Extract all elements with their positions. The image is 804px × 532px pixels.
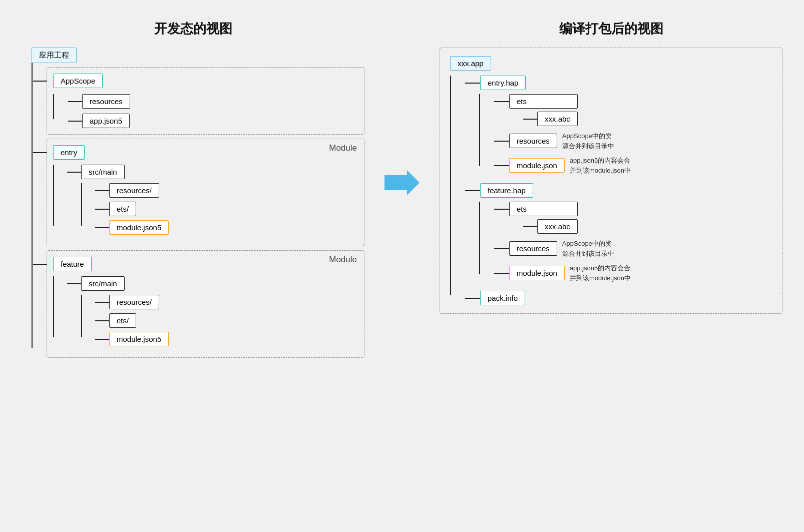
entry-resources-annotation: AppScope中的资源合并到该目录中 xyxy=(562,131,614,151)
entry-ets-subtree: ets xxx.abc xyxy=(509,94,578,126)
feature-resources-hap-node: resources xyxy=(509,241,557,256)
appjson5-node: app.json5 xyxy=(82,114,130,128)
feature-modulejson5-row: module.json5 xyxy=(95,332,169,346)
hline-abc xyxy=(523,119,537,120)
right-main-vline xyxy=(450,76,451,295)
appscope-section: AppScope resources app.json5 xyxy=(32,63,364,135)
entry-resources-node: resources/ xyxy=(109,183,159,198)
feature-ets-section: ets xxx.abc xyxy=(494,202,772,234)
entry-children: src/main resources/ xyxy=(53,165,356,235)
entry-hap-node: entry.hap xyxy=(480,76,526,90)
feature-ets-node2: ets xyxy=(509,202,578,216)
feature-abc-item: xxx.abc xyxy=(523,219,578,234)
feature-modulejson5-node: module.json5 xyxy=(109,332,169,346)
hline-entry-ets2 xyxy=(494,101,509,102)
hline-entry-res xyxy=(95,190,109,191)
abc-node: xxx.abc xyxy=(537,112,578,126)
entry-resources-hap-row: resources AppScope中的资源合并到该目录中 xyxy=(494,131,772,151)
resources-row: resources xyxy=(68,94,356,109)
left-section: 开发态的视图 应用工程 AppScope xyxy=(22,20,364,358)
resources-node: resources xyxy=(82,94,130,109)
hline-feature-res xyxy=(95,302,109,303)
feature-resources-annotation: AppScope中的资源合并到该目录中 xyxy=(562,239,614,258)
hline-feature-modulejson xyxy=(494,273,509,274)
main-trunk-line xyxy=(32,63,33,348)
pack-info-node: pack.info xyxy=(480,291,525,305)
entry-modulejson5-row: module.json5 xyxy=(95,220,169,235)
left-title: 开发态的视图 xyxy=(154,20,232,38)
entry-hap-section: entry.hap ets xyxy=(465,76,772,175)
feature-abc-row: xxx.abc xyxy=(509,219,578,234)
feature-srcmain-node: src/main xyxy=(81,276,125,291)
hline-feature-abc xyxy=(523,226,537,227)
entry-ets-node: ets/ xyxy=(109,202,136,216)
srcmain-row: src/main resources/ xyxy=(67,165,356,235)
appscope-children: resources app.json5 xyxy=(53,94,356,128)
right-title: 编译打包后的视图 xyxy=(559,20,663,38)
entry-vline xyxy=(53,165,54,226)
right-main-tree: entry.hap ets xyxy=(450,76,772,305)
entry-modulejson5-node: module.json5 xyxy=(109,220,169,235)
app-box-left: 应用工程 xyxy=(32,48,77,63)
feature-module-label: Module xyxy=(329,255,357,265)
srcmain-node: src/main xyxy=(81,165,125,179)
entry-resources-row: resources/ xyxy=(95,183,169,198)
feature-ets-row: ets/ xyxy=(95,313,169,328)
feature-resources-node: resources/ xyxy=(109,295,159,309)
appscope-dashed: AppScope resources app.json5 xyxy=(47,67,364,135)
arrow-container xyxy=(384,20,420,195)
entry-modulejson-node: module.json xyxy=(509,158,565,173)
entry-ets-section: ets xxx.abc xyxy=(494,94,772,126)
srcmain-vline xyxy=(81,183,82,226)
svg-marker-0 xyxy=(384,170,420,195)
feature-ets-node: ets/ xyxy=(109,313,136,328)
right-section: 编译打包后的视图 xxx.app entry.hap xyxy=(440,20,782,314)
feature-vline xyxy=(53,276,54,337)
hline-pack-info xyxy=(465,298,480,299)
entry-hap-children: ets xxx.abc xyxy=(465,94,772,175)
hline-feature-json5 xyxy=(95,339,109,340)
hline-entry-hap xyxy=(465,83,480,84)
entry-ets-row: ets/ xyxy=(95,202,169,216)
feature-modulejson-row: module.json app.json5的内容会合并到该module.json… xyxy=(494,263,772,283)
hline-feature-srcmain xyxy=(67,283,81,284)
entry-hap-vline xyxy=(479,94,480,166)
entry-resources-hap-node: resources xyxy=(509,134,557,148)
hline-appjson5 xyxy=(68,121,82,122)
srcmain-subtree: src/main resources/ xyxy=(81,165,169,235)
feature-hap-section: feature.hap ets xyxy=(465,183,772,283)
hline-entry-modulejson xyxy=(494,165,509,166)
feature-node: feature xyxy=(53,257,92,271)
entry-ets-node2: ets xyxy=(509,94,578,109)
hline-resources xyxy=(68,101,82,102)
entry-abc-row: xxx.abc xyxy=(509,112,578,126)
feature-children: src/main resources/ xyxy=(53,276,356,346)
feature-modulejson-node: module.json xyxy=(509,266,565,280)
feature-hap-children: ets xxx.abc xyxy=(465,202,772,283)
feature-srcmain-row: src/main resources/ xyxy=(67,276,356,346)
hline-feature xyxy=(33,264,47,265)
feature-hap-vline xyxy=(479,202,480,274)
hline-feature-hap xyxy=(465,190,480,191)
hline-entry xyxy=(33,152,47,153)
feature-dashed: Module feature src/main xyxy=(47,250,364,358)
appscope-node: AppScope xyxy=(53,74,103,88)
feature-srcmain-vline xyxy=(81,295,82,337)
hline-feature-res2 xyxy=(494,248,509,249)
arrow-svg xyxy=(384,170,420,195)
hline-srcmain xyxy=(67,172,81,173)
entry-modulejson-row: module.json app.json5的内容会合并到该module.json… xyxy=(494,156,772,175)
feature-section: Module feature src/main xyxy=(32,246,364,358)
feature-abc-node: xxx.abc xyxy=(537,219,578,234)
feature-hap-row: feature.hap xyxy=(465,183,772,198)
entry-modulejson-annotation: app.json5的内容会合并到该module.json中 xyxy=(570,156,631,175)
hline-appscope xyxy=(33,81,47,82)
entry-hap-row: entry.hap xyxy=(465,76,772,90)
entry-section: Module entry src/main xyxy=(32,135,364,246)
feature-srcmain-subtree: src/main resources/ xyxy=(81,276,169,346)
feature-hap-node: feature.hap xyxy=(480,183,533,198)
appscope-vline xyxy=(53,94,54,119)
hline-entry-json5 xyxy=(95,227,109,228)
hline-entry-res2 xyxy=(494,141,509,142)
hline-entry-ets xyxy=(95,209,109,210)
